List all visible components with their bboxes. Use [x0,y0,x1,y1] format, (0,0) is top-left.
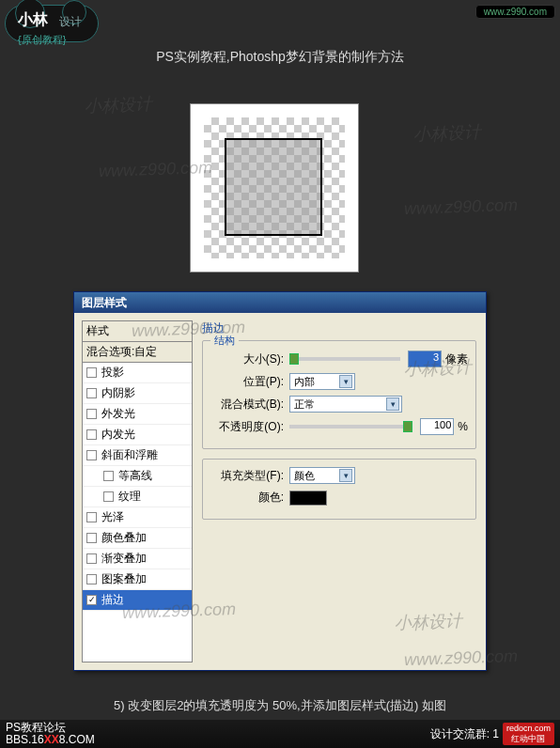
chevron-down-icon[interactable]: ▾ [339,469,352,482]
blend-options-row[interactable]: 混合选项:自定 [83,342,192,363]
checkbox[interactable] [86,388,97,398]
size-slider[interactable] [289,357,400,361]
style-row-内阴影[interactable]: 内阴影 [83,383,192,404]
opacity-unit: % [458,420,468,433]
position-label: 位置(P): [210,374,284,390]
style-row-外发光[interactable]: 外发光 [83,404,192,425]
site-url-badge[interactable]: www.z990.com [475,5,555,19]
style-row-渐变叠加[interactable]: 渐变叠加 [83,549,192,569]
style-label: 光泽 [101,509,124,525]
checkbox[interactable] [86,512,97,522]
checkbox[interactable] [86,533,97,543]
chevron-down-icon[interactable]: ▾ [339,375,352,388]
logo-main: 小林 [18,10,48,30]
size-input[interactable]: 3 [408,351,442,367]
stroke-section-label: 描边 [202,320,476,336]
stroked-rectangle [225,138,322,236]
style-label: 外发光 [101,406,135,422]
opacity-input[interactable]: 100 [420,418,454,435]
watermark-url: www.z990.com [404,195,519,219]
styles-header[interactable]: 样式 [83,321,192,342]
style-row-纹理[interactable]: 纹理 [83,487,192,507]
style-label: 投影 [101,365,124,381]
style-row-光泽[interactable]: 光泽 [83,507,192,528]
style-label: 颜色叠加 [101,530,147,546]
checkbox[interactable] [103,471,114,481]
style-label: 描边 [101,592,124,608]
style-label: 斜面和浮雕 [101,447,158,463]
fill-type-label: 填充类型(F): [210,468,284,484]
chevron-down-icon[interactable]: ▾ [386,397,399,411]
blend-mode-label: 混合模式(B): [210,397,284,413]
watermark: 小林设计 [413,121,482,146]
position-select[interactable]: 内部 ▾ [289,373,355,390]
style-label: 图案叠加 [101,571,147,587]
blend-mode-select[interactable]: 正常 ▾ [289,396,402,413]
color-swatch[interactable] [289,491,327,506]
watermark: 小林设计 [85,93,153,117]
fill-type-select[interactable]: 颜色 ▾ [289,467,355,484]
slider-thumb-icon[interactable] [289,353,299,365]
logo-subtitle: {原创教程} [18,33,66,47]
canvas-preview [190,103,359,273]
slider-thumb-icon[interactable] [403,421,412,432]
checkbox[interactable]: ✓ [86,595,97,605]
transparency-grid [204,117,345,258]
style-label: 内发光 [101,427,135,443]
page-footer: PS教程论坛 BBS.16XX8.COM 设计交流群: 1 redocn.com… [0,720,560,748]
footer-group: 设计交流群: 1 [430,726,499,742]
checkbox[interactable] [103,491,114,502]
checkbox[interactable] [86,367,97,378]
checkbox[interactable] [86,553,97,564]
style-row-图案叠加[interactable]: 图案叠加 [83,569,192,590]
style-row-等高线[interactable]: 等高线 [83,466,192,487]
redocn-badge: redocn.com 红动中国 [503,723,554,745]
layer-style-dialog: 图层样式 样式 混合选项:自定 投影内阴影外发光内发光斜面和浮雕等高线纹理光泽颜… [73,291,487,671]
site-logo: 小林 设计 {原创教程} [5,5,117,52]
fill-group: 填充类型(F): 颜色 ▾ 颜色: [202,459,476,520]
style-row-内发光[interactable]: 内发光 [83,425,192,445]
structure-group: 结构 大小(S): 3 像素 位置(P): 内部 ▾ 混合模式(B): [202,340,476,449]
structure-legend: 结构 [210,334,239,348]
style-label: 纹理 [118,489,141,505]
color-label: 颜色: [210,490,284,506]
opacity-slider[interactable] [289,425,412,429]
stroke-settings: 描边 结构 大小(S): 3 像素 位置(P): 内部 ▾ 混合模 [193,313,486,670]
style-label: 内阴影 [101,385,135,401]
style-label: 渐变叠加 [101,551,147,567]
style-row-描边[interactable]: ✓描边 [83,590,192,611]
step-caption: 5) 改变图层2的填充透明度为 50%,并添加图层样式(描边) 如图 [0,697,560,714]
page-title: PS实例教程,Photoshp梦幻背景的制作方法 [0,49,560,66]
checkbox[interactable] [86,409,97,419]
style-row-斜面和浮雕[interactable]: 斜面和浮雕 [83,445,192,466]
opacity-label: 不透明度(O): [210,419,284,435]
style-row-投影[interactable]: 投影 [83,363,192,383]
checkbox[interactable] [86,574,97,584]
style-label: 等高线 [118,468,152,484]
dialog-titlebar[interactable]: 图层样式 [74,292,486,313]
checkbox[interactable] [86,450,97,460]
size-label: 大小(S): [210,351,284,367]
style-row-颜色叠加[interactable]: 颜色叠加 [83,528,192,549]
logo-sub: 设计 [59,14,82,30]
styles-list: 样式 混合选项:自定 投影内阴影外发光内发光斜面和浮雕等高线纹理光泽颜色叠加渐变… [82,320,193,662]
checkbox[interactable] [86,429,97,440]
footer-bbs-url: BBS.16XX8.COM [6,734,95,746]
size-unit: 像素 [445,351,468,367]
